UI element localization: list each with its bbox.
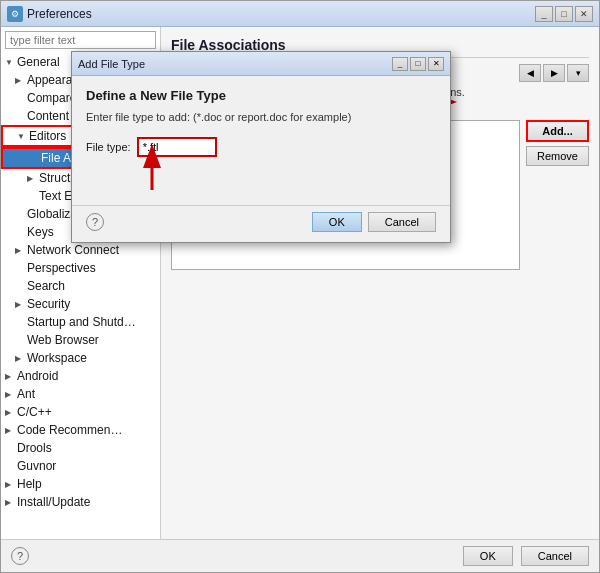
dialog-title-buttons: _ □ ✕	[392, 57, 444, 71]
sidebar-item-label: Perspectives	[27, 261, 96, 275]
preferences-window: ⚙ Preferences _ □ ✕ ▼ General ▶ Appearan…	[0, 0, 600, 573]
sidebar-item-label: Drools	[17, 441, 52, 455]
window-title: Preferences	[27, 7, 92, 21]
filter-input[interactable]	[5, 31, 156, 49]
sidebar-item-label: C/C++	[17, 405, 52, 419]
dialog-close-button[interactable]: ✕	[428, 57, 444, 71]
expand-arrow: ▼	[17, 132, 27, 141]
dialog-description: Enter file type to add: (*.doc or report…	[86, 111, 436, 123]
dialog-content: Define a New File Type Enter file type t…	[72, 76, 450, 185]
dialog-maximize-button[interactable]: □	[410, 57, 426, 71]
sidebar-item-workspace[interactable]: ▶ Workspace	[1, 349, 160, 367]
sidebar-item-label: Security	[27, 297, 70, 311]
sidebar-item-cpp[interactable]: ▶ C/C++	[1, 403, 160, 421]
expand-arrow: ▶	[15, 76, 25, 85]
dialog-title-bar: Add File Type _ □ ✕	[72, 52, 450, 76]
sidebar-item-label: Workspace	[27, 351, 87, 365]
sidebar-item-web-browser[interactable]: Web Browser	[1, 331, 160, 349]
dialog-minimize-button[interactable]: _	[392, 57, 408, 71]
sidebar-item-network-connect[interactable]: ▶ Network Connect	[1, 241, 160, 259]
expand-arrow: ▶	[5, 498, 15, 507]
sidebar-item-ant[interactable]: ▶ Ant	[1, 385, 160, 403]
file-list-buttons: Add... Remove	[526, 120, 589, 325]
sidebar-item-label: Keys	[27, 225, 54, 239]
sidebar-item-label: Web Browser	[27, 333, 99, 347]
dropdown-button[interactable]: ▾	[567, 64, 589, 82]
expand-arrow: ▶	[27, 174, 37, 183]
expand-arrow: ▶	[15, 300, 25, 309]
expand-arrow: ▶	[5, 480, 15, 489]
preferences-icon: ⚙	[7, 6, 23, 22]
add-file-type-dialog: Add File Type _ □ ✕ Define a New File Ty…	[71, 51, 451, 243]
dialog-field-row: File type:	[86, 137, 436, 157]
add-button[interactable]: Add...	[526, 120, 589, 142]
expand-arrow: ▶	[5, 390, 15, 399]
sidebar-item-startup[interactable]: Startup and Shutd…	[1, 313, 160, 331]
sidebar-item-label: Editors	[29, 129, 66, 143]
sidebar-item-label: Network Connect	[27, 243, 119, 257]
sidebar-item-label: Code Recommender…	[17, 423, 127, 437]
sidebar-item-search[interactable]: Search	[1, 277, 160, 295]
sidebar-item-code-recommender[interactable]: ▶ Code Recommender…	[1, 421, 160, 439]
expand-arrow: ▶	[15, 246, 25, 255]
dialog-cancel-button[interactable]: Cancel	[368, 212, 436, 232]
forward-button[interactable]: ▶	[543, 64, 565, 82]
sidebar-item-label: Help	[17, 477, 42, 491]
cancel-button[interactable]: Cancel	[521, 546, 589, 566]
minimize-button[interactable]: _	[535, 6, 553, 22]
sidebar-item-label: General	[17, 55, 60, 69]
expand-arrow: ▶	[15, 354, 25, 363]
sidebar-item-label: Startup and Shutd…	[27, 315, 136, 329]
dialog-help-icon[interactable]: ?	[86, 213, 104, 231]
back-button[interactable]: ◀	[519, 64, 541, 82]
expand-arrow: ▶	[5, 408, 15, 417]
sidebar-item-label: Android	[17, 369, 58, 383]
dialog-heading: Define a New File Type	[86, 88, 436, 103]
expand-arrow: ▼	[5, 58, 15, 67]
expand-arrow: ▶	[5, 426, 15, 435]
title-buttons: _ □ ✕	[535, 6, 593, 22]
sidebar-item-drools[interactable]: Drools	[1, 439, 160, 457]
sidebar-item-label: Guvnor	[17, 459, 56, 473]
sidebar-item-security[interactable]: ▶ Security	[1, 295, 160, 313]
sidebar-item-android[interactable]: ▶ Android	[1, 367, 160, 385]
sidebar-item-label: Install/Update	[17, 495, 90, 509]
title-bar-left: ⚙ Preferences	[7, 6, 92, 22]
sidebar-item-install-update[interactable]: ▶ Install/Update	[1, 493, 160, 511]
sidebar-item-perspectives[interactable]: Perspectives	[1, 259, 160, 277]
dialog-bottom: ? OK Cancel	[72, 205, 450, 242]
remove-button[interactable]: Remove	[526, 146, 589, 166]
maximize-button[interactable]: □	[555, 6, 573, 22]
bottom-bar: ? OK Cancel	[1, 539, 599, 572]
dialog-title: Add File Type	[78, 58, 145, 70]
sidebar-item-guvnor[interactable]: Guvnor	[1, 457, 160, 475]
dialog-ok-button[interactable]: OK	[312, 212, 362, 232]
sidebar-item-label: Ant	[17, 387, 35, 401]
file-type-input[interactable]	[137, 137, 217, 157]
title-bar: ⚙ Preferences _ □ ✕	[1, 1, 599, 27]
expand-arrow: ▶	[5, 372, 15, 381]
help-icon[interactable]: ?	[11, 547, 29, 565]
sidebar-item-label: Search	[27, 279, 65, 293]
ok-button[interactable]: OK	[463, 546, 513, 566]
sidebar-item-help[interactable]: ▶ Help	[1, 475, 160, 493]
close-button[interactable]: ✕	[575, 6, 593, 22]
file-type-label: File type:	[86, 141, 131, 153]
